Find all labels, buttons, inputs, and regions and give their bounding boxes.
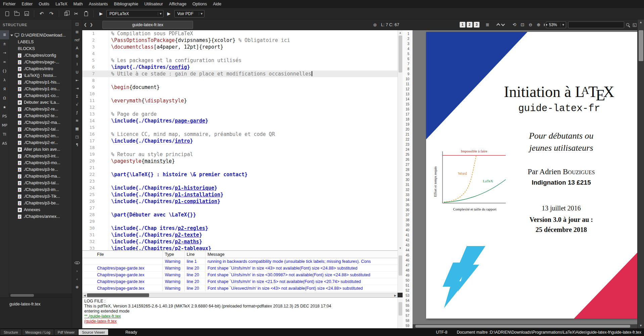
menu-utilisateur[interactable]: Utilisateur <box>141 0 166 8</box>
structure-horizontal-scrollbar[interactable] <box>9 293 72 297</box>
pdf-page-number[interactable]: 41 <box>403 233 412 238</box>
tree-item[interactable]: ./Chapitres/intro <box>9 65 72 72</box>
indent-icon[interactable]: ⇥ <box>73 85 81 92</box>
scrollbar-thumb[interactable] <box>87 293 149 297</box>
pdf-page-number[interactable]: 47 <box>403 263 412 268</box>
pdf-page-number[interactable]: 34 <box>403 197 412 202</box>
zoom-level-select[interactable]: 53% ▼ <box>546 21 566 28</box>
tree-item[interactable]: ./Chapitres/page-... <box>9 59 72 65</box>
pdf-page-list[interactable]: 1234567891011121314151617181920212223242… <box>403 30 413 328</box>
pdf-page-number[interactable]: 25 <box>403 152 412 157</box>
menu-affichage[interactable]: Affichage <box>166 0 189 8</box>
editor-line[interactable]: 6\input{./Chapitres/config} <box>82 64 398 70</box>
menu-editer[interactable]: Editer <box>19 0 36 8</box>
editor-line[interactable]: 32\include{./Chapitres/p2-maths} <box>82 238 398 245</box>
editor-line[interactable]: 20\pagestyle{mainstyle} <box>82 158 398 164</box>
editor-line[interactable]: 16% Licence CC, mind map, sommaire, préa… <box>82 131 398 138</box>
function-icon[interactable]: ƒ <box>73 109 81 116</box>
pdf-page-number[interactable]: 37 <box>403 212 412 218</box>
tree-item[interactable]: P\LaTeX{} : histoi... <box>9 72 72 79</box>
log-vertical-scrollbar[interactable] <box>398 297 403 328</box>
scroll-left-icon[interactable]: ◀ <box>82 293 87 298</box>
pdf-page-number[interactable]: 10 <box>403 77 412 82</box>
pdf-page-number[interactable]: 57 <box>403 313 412 318</box>
pdf-page-number[interactable]: 50 <box>403 278 412 283</box>
metapost-icon[interactable]: MP <box>0 121 9 130</box>
pdf-page-number[interactable]: 30 <box>403 177 412 182</box>
pdf-page-number[interactable]: 22 <box>403 137 412 142</box>
pdf-page-number[interactable]: 28 <box>403 167 412 172</box>
zoom-out-icon[interactable]: ⊖ <box>527 22 534 27</box>
tree-item[interactable]: ./Chapitres/p1-ins... <box>9 86 72 92</box>
editor-line[interactable]: 26\include{./Chapitres/p1-compilation} <box>82 198 398 205</box>
reference-icon[interactable]: ref <box>73 36 81 44</box>
new-file-button[interactable] <box>3 9 11 18</box>
pdf-page-number[interactable]: 11 <box>403 82 412 87</box>
pdf-page-number[interactable]: 12 <box>403 87 412 92</box>
editor-line[interactable]: 19% Retour au style principal <box>82 151 398 158</box>
most-used-icon[interactable]: ★ <box>0 103 9 112</box>
pdf-page-number[interactable]: 36 <box>403 207 412 212</box>
pdf-page-number[interactable]: 5 <box>403 51 412 56</box>
pdf-page-number[interactable]: 17 <box>403 112 412 117</box>
pdf-page-number[interactable]: 49 <box>403 273 412 278</box>
previous-error-icon[interactable]: ‹ <box>73 275 81 283</box>
messages-horizontal-scrollbar[interactable]: ◀ ▶ <box>82 293 398 297</box>
rotate-view-icon[interactable]: ⟲ <box>511 22 518 27</box>
pdf-page-number[interactable]: 26 <box>403 157 412 162</box>
page-layout-1-icon[interactable]: 1 <box>460 22 465 28</box>
menu-fichier[interactable]: Fichier <box>0 0 19 8</box>
pdf-page-number[interactable]: 24 <box>403 147 412 152</box>
next-page-icon[interactable] <box>501 22 505 26</box>
pdf-page-number[interactable]: 51 <box>403 283 412 288</box>
pdf-page-number[interactable]: 39 <box>403 223 412 228</box>
structure-tree[interactable]: D:\ADRIEN\Download...LABELSBLOCKS./Chapi… <box>9 30 72 293</box>
scroll-up-icon[interactable]: ▲ <box>398 30 403 35</box>
tree-item[interactable]: ./Chapitres/annex... <box>9 213 72 220</box>
tree-item[interactable]: ./Chapitres/p2-ma... <box>9 119 72 126</box>
editor-line[interactable]: 29 <box>82 218 398 225</box>
editor-line[interactable]: 24\include{./Chapitres/p1-historique} <box>82 185 398 191</box>
open-file-item[interactable]: guide-latex-fr.tex <box>0 298 72 306</box>
tree-item[interactable]: ./Chapitres/p2-te... <box>9 112 72 119</box>
search-icon[interactable] <box>626 23 629 26</box>
menu-assistants[interactable]: Assistants <box>86 0 111 8</box>
pdf-page-number[interactable]: 19 <box>403 122 412 127</box>
menu-aide[interactable]: Aide <box>210 0 224 8</box>
menu-options[interactable]: Options <box>189 0 210 8</box>
view-log-icon[interactable] <box>73 259 81 267</box>
pdf-page-number[interactable]: 38 <box>403 218 412 223</box>
underline-icon[interactable]: U <box>73 68 81 76</box>
panel-toggle-source-viewer[interactable]: Source Viewer <box>79 329 108 335</box>
editor-line[interactable]: 15 <box>82 124 398 131</box>
cut-button[interactable]: ✂ <box>72 9 81 18</box>
editor-line[interactable]: 27 <box>82 205 398 211</box>
expander-icon[interactable] <box>10 35 13 36</box>
pdf-page-number[interactable]: 59 <box>403 323 412 328</box>
bold-icon[interactable]: B <box>73 52 81 60</box>
next-document-button[interactable]: ❯ <box>88 21 94 28</box>
run-compile-button[interactable]: ▶ <box>97 9 105 18</box>
tree-item[interactable]: ./Chapitres/p2-er... <box>9 139 72 146</box>
cyrillic-symbols-icon[interactable]: Я <box>0 85 9 94</box>
pdf-page-number[interactable]: 13 <box>403 92 412 97</box>
editor-line[interactable]: 14\include{./Chapitres/page-garde} <box>82 117 398 124</box>
zoom-in-icon[interactable]: ⊕ <box>535 22 542 27</box>
tree-item[interactable]: ./Chapitres/p3-im... <box>9 186 72 193</box>
editor-line[interactable]: 1% Compilation sous PDFLaTeX <box>82 30 398 37</box>
menu-bibliographie[interactable]: Bibliographie <box>111 0 141 8</box>
tree-item[interactable]: ./Chapitres/p3-Tik... <box>9 193 72 200</box>
tilde-icon[interactable]: ≋ <box>73 117 81 124</box>
message-row[interactable]: Chapitres/page-garde.texWarningline 20Fo… <box>82 278 398 285</box>
pdf-page-number[interactable]: 18 <box>403 117 412 122</box>
label-icon[interactable]: A <box>73 44 81 52</box>
editor-line[interactable]: 31\include{./Chapitres/p2-texte} <box>82 232 398 238</box>
editor-line[interactable]: 5% Les packages et la configuration util… <box>82 57 398 64</box>
scroll-down-icon[interactable]: ▼ <box>638 323 644 328</box>
pdf-page-number[interactable]: 56 <box>403 308 412 313</box>
scroll-up-icon[interactable]: ▲ <box>638 19 644 25</box>
editor-line[interactable]: 3\documentclass[a4paper, 12pt]{report} <box>82 44 398 50</box>
pdf-page-number[interactable]: 7 <box>403 61 412 66</box>
pdf-page-number[interactable]: 43 <box>403 243 412 248</box>
editor-line[interactable]: 11\everymath{\displaystyle} <box>82 97 398 104</box>
